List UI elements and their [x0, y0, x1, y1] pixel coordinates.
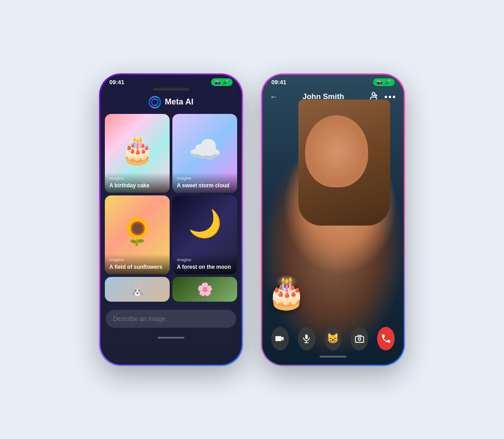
- more-options-button[interactable]: •••: [384, 92, 396, 102]
- svg-point-2: [372, 92, 375, 95]
- mic-button[interactable]: [298, 327, 315, 350]
- flip-camera-button[interactable]: [351, 327, 368, 350]
- image-grid: Imagine A birthday cake Imagine A sweet …: [100, 114, 242, 274]
- sunflowers-title: A field of sunflowers: [109, 264, 162, 270]
- left-status-time: 09:41: [109, 79, 124, 86]
- call-controls: 😸: [262, 321, 404, 356]
- forest-moon-title: A forest on the moon: [177, 264, 231, 270]
- effects-button[interactable]: 😸: [324, 327, 342, 350]
- phones-container: 09:41 📷 🎤: [99, 73, 405, 366]
- effects-icon: 😸: [327, 333, 339, 344]
- video-button[interactable]: [271, 327, 289, 350]
- imagine-label-4: Imagine: [177, 258, 233, 262]
- partial-image-row: [100, 277, 242, 302]
- right-camera-icon: 📷: [377, 79, 383, 85]
- imagine-label-2: Imagine: [177, 176, 233, 181]
- back-button[interactable]: ←: [270, 92, 278, 102]
- right-battery-badge: 📷 🎤: [373, 78, 395, 86]
- left-status-bar: 09:41 📷 🎤: [100, 75, 242, 88]
- svg-rect-5: [275, 336, 282, 341]
- input-area: [100, 305, 242, 335]
- right-status-bar: 09:41 📷 🎤: [262, 75, 404, 88]
- meta-ai-logo-icon: [148, 96, 161, 109]
- caller-name: John Smith: [302, 92, 344, 101]
- imagine-label-3: Imagine: [109, 258, 165, 262]
- sunflowers-label: Imagine A field of sunflowers: [105, 254, 170, 274]
- svg-point-0: [149, 96, 161, 108]
- storm-cloud-title: A sweet storm cloud: [177, 182, 230, 189]
- storm-cloud-label: Imagine A sweet storm cloud: [172, 172, 237, 193]
- forest-moon-label: Imagine A forest on the moon: [172, 254, 237, 274]
- camera-icon: 📷: [215, 79, 221, 85]
- left-home-indicator: [158, 337, 184, 339]
- right-phone: 🎂 09:41 📷 🎤 ← John Smith: [261, 73, 405, 366]
- end-call-button[interactable]: [377, 327, 395, 350]
- meta-ai-title: Meta AI: [165, 97, 193, 107]
- right-phone-screen: 🎂 09:41 📷 🎤 ← John Smith: [262, 75, 404, 365]
- image-card-forest[interactable]: Imagine A forest on the moon: [172, 195, 237, 274]
- add-person-button[interactable]: [369, 91, 378, 103]
- svg-rect-6: [305, 334, 308, 339]
- birthday-cake-label: Imagine A birthday cake: [105, 172, 170, 193]
- left-battery-badge: 📷 🎤: [211, 78, 233, 86]
- right-status-time: 09:41: [271, 79, 286, 86]
- right-mic-icon: 🎤: [385, 79, 391, 85]
- call-header: ← John Smith •••: [262, 88, 404, 108]
- left-status-icons: 📷 🎤: [211, 78, 233, 86]
- image-card-birthday[interactable]: Imagine A birthday cake: [105, 114, 170, 193]
- svg-point-9: [358, 338, 361, 340]
- svg-point-1: [152, 99, 158, 105]
- call-header-actions: •••: [369, 91, 396, 103]
- meta-ai-header: Meta AI: [100, 94, 242, 114]
- rabbit-card[interactable]: [105, 277, 170, 302]
- imagine-label-1: Imagine: [109, 176, 165, 181]
- mic-icon: 🎤: [223, 79, 229, 85]
- birthday-cake-title: A birthday cake: [109, 182, 149, 189]
- left-phone-screen: 09:41 📷 🎤: [100, 75, 242, 365]
- right-status-icons: 📷 🎤: [373, 78, 395, 86]
- cake-overlay: 🎂: [267, 274, 306, 311]
- notch: [153, 88, 189, 91]
- right-home-indicator: [320, 356, 346, 358]
- flowers-card[interactable]: [172, 277, 237, 302]
- image-card-sunflowers[interactable]: Imagine A field of sunflowers: [105, 195, 170, 274]
- image-card-storm[interactable]: Imagine A sweet storm cloud: [172, 114, 237, 193]
- describe-image-input[interactable]: [106, 310, 236, 328]
- left-phone: 09:41 📷 🎤: [99, 73, 243, 366]
